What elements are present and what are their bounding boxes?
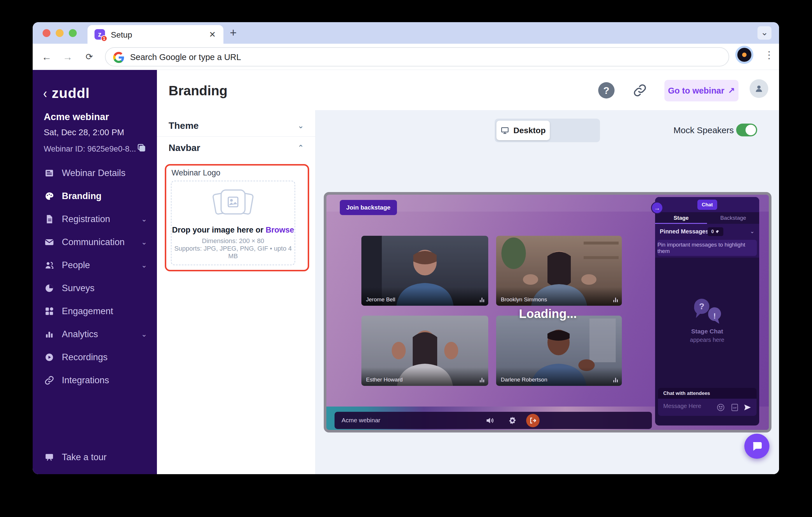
webinar-logo-label: Webinar Logo: [172, 169, 221, 178]
sidebar-item-integrations[interactable]: Integrations: [33, 369, 157, 392]
maximize-window-button[interactable]: [69, 29, 77, 37]
page-title: Branding: [169, 83, 228, 98]
chevron-down-icon: ⌄: [297, 121, 304, 130]
sidebar-item-branding[interactable]: Branding: [33, 184, 157, 208]
emoji-icon[interactable]: [716, 403, 725, 413]
close-window-button[interactable]: [42, 29, 51, 37]
join-backstage-button[interactable]: Join backstage: [340, 200, 397, 215]
sidebar-item-communication[interactable]: Communication ⌄: [33, 231, 157, 253]
go-to-webinar-button[interactable]: Go to webinar ↗: [664, 80, 738, 101]
leave-stage-button[interactable]: [526, 414, 540, 427]
audio-level-icon: [613, 378, 618, 383]
browser-menu-icon[interactable]: ⋮: [764, 49, 774, 61]
volume-icon[interactable]: [485, 416, 494, 426]
forward-button[interactable]: →: [61, 51, 74, 63]
webinar-name: Acme webinar: [44, 111, 109, 122]
person-icon: [754, 84, 764, 94]
tab-title: Setup: [111, 30, 132, 40]
back-button[interactable]: ←: [40, 51, 53, 63]
sidebar-logo[interactable]: ‹ zuddl: [43, 85, 90, 101]
sidebar-item-label: Surveys: [62, 283, 94, 294]
mock-speakers-toggle[interactable]: [736, 124, 757, 136]
copy-icon[interactable]: [137, 143, 146, 154]
tab-strip: z 1 Setup ✕ + ⌄: [33, 22, 779, 44]
chevron-down-icon: ⌄: [141, 261, 147, 269]
pinned-messages-section: Pinned Messages 0 ⌄ Pin important messag…: [655, 224, 759, 257]
message-input[interactable]: [663, 403, 713, 409]
pinned-count-badge: 0: [707, 227, 723, 236]
sidebar-item-surveys[interactable]: Surveys: [33, 277, 157, 300]
new-tab-button[interactable]: +: [230, 26, 236, 39]
sidebar-item-recordings[interactable]: Recordings: [33, 346, 157, 369]
preview-area: Desktop Mock Speakers Join backstage: [316, 110, 779, 474]
sidebar-item-registration[interactable]: Registration ⌄: [33, 208, 157, 231]
user-avatar[interactable]: [750, 79, 768, 98]
collapse-sidebar-icon[interactable]: ‹: [43, 85, 47, 101]
dimensions-hint: Dimensions: 200 × 80: [172, 237, 295, 245]
empty-title: Stage Chat: [655, 328, 759, 335]
browse-link[interactable]: Browse: [266, 225, 294, 234]
bar-chart-icon: [44, 329, 54, 339]
chat-tabs: Stage Backstage: [655, 212, 759, 224]
chat-bubbles-icon: ? !: [691, 298, 723, 326]
chevron-down-icon[interactable]: ⌄: [750, 228, 755, 235]
sidebar-item-engagement[interactable]: Engagement: [33, 300, 157, 323]
section-theme[interactable]: Theme ⌄: [169, 117, 304, 134]
copy-link-icon[interactable]: [633, 83, 647, 98]
device-toggle-desktop[interactable]: Desktop: [496, 121, 550, 140]
zuddl-favicon-icon: z 1: [94, 29, 105, 40]
sidebar-item-analytics[interactable]: Analytics ⌄: [33, 323, 157, 346]
presentation-icon: [44, 452, 54, 462]
link-icon: [44, 375, 54, 385]
section-navbar[interactable]: Navbar ⌃: [169, 139, 304, 157]
sidebar-item-people[interactable]: People ⌄: [33, 253, 157, 277]
logo-dropzone[interactable]: Drop your image here or Browse Dimension…: [171, 181, 295, 265]
gif-icon[interactable]: GIF: [730, 403, 739, 413]
help-icon[interactable]: ?: [598, 82, 614, 98]
google-logo-icon: [113, 52, 124, 63]
audio-level-icon: [613, 298, 618, 302]
svg-text:!: !: [713, 311, 716, 320]
webinar-logo-highlight-box: Webinar Logo Drop your image here or Bro: [165, 164, 309, 271]
chevron-down-icon: ⌄: [141, 215, 147, 223]
stage-chat-panel: Chat → Stage Backstage Pinned Messages: [655, 197, 759, 425]
sidebar-item-label: Integrations: [62, 375, 109, 386]
chevron-down-icon: ⌄: [141, 238, 147, 246]
external-link-arrow-icon: ↗: [728, 86, 735, 96]
workspace: Theme ⌄ Navbar ⌃ Webinar Logo: [157, 110, 779, 474]
reload-button[interactable]: ⟳: [83, 51, 96, 63]
pinned-messages-label: Pinned Messages: [660, 228, 709, 235]
tab-search-chevron-icon[interactable]: ⌄: [757, 26, 772, 40]
tab-backstage[interactable]: Backstage: [707, 212, 759, 224]
settings-gear-icon[interactable]: [508, 416, 517, 426]
browser-tab-setup[interactable]: z 1 Setup ✕: [87, 25, 224, 44]
pie-chart-icon: [44, 283, 54, 293]
browser-toolbar: ← → ⟳ Search Google or type a URL ⋮: [33, 44, 779, 70]
browser-profile-avatar[interactable]: [737, 48, 751, 62]
leave-icon: [529, 417, 536, 424]
sidebar-item-webinar-details[interactable]: Webinar Details: [33, 161, 157, 184]
chevron-down-icon: ⌄: [141, 330, 147, 338]
device-toggle-group[interactable]: Desktop: [495, 119, 600, 142]
sidebar-item-label: People: [62, 260, 90, 270]
chat-button[interactable]: Chat: [697, 200, 717, 210]
url-bar[interactable]: Search Google or type a URL: [105, 47, 729, 66]
stage-bottom-bar: Acme webinar: [335, 412, 652, 429]
svg-text:GIF: GIF: [733, 406, 737, 409]
sidebar-item-take-a-tour[interactable]: Take a tour: [44, 452, 107, 462]
send-icon[interactable]: [743, 403, 752, 413]
chat-bubble-icon: [751, 440, 763, 452]
notification-badge: 1: [101, 35, 107, 42]
tab-close-icon[interactable]: ✕: [209, 30, 216, 39]
tab-stage[interactable]: Stage: [655, 212, 707, 224]
chat-with-attendees-label: Chat with attendees: [658, 388, 757, 399]
speaker-name: Brooklyn Simmons: [501, 296, 547, 303]
minimize-window-button[interactable]: [56, 29, 64, 37]
image-placeholder-icon: [213, 188, 254, 220]
drop-instruction: Drop your image here or Browse: [172, 225, 295, 235]
url-placeholder-text: Search Google or type a URL: [130, 53, 241, 62]
speaker-tile: Brooklyn Simmons: [496, 236, 622, 306]
sidebar-item-label: Analytics: [62, 329, 98, 339]
support-chat-fab[interactable]: [744, 434, 770, 459]
webinar-datetime: Sat, Dec 28, 2:00 PM: [44, 128, 124, 137]
